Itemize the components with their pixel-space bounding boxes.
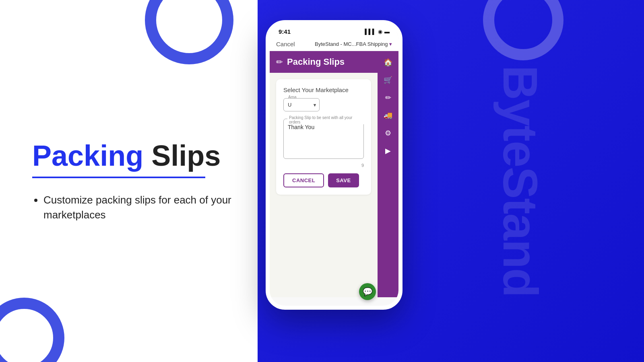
packing-slip-textarea[interactable]	[283, 119, 364, 159]
sidebar-shipping-icon[interactable]: 🚚	[381, 108, 395, 123]
nav-title: ByteStand - MC...FBA Shipping ▾	[315, 41, 392, 47]
sidebar-cart-icon[interactable]: 🛒	[381, 73, 395, 87]
textarea-wrapper: Packing Slip to be sent with all your or…	[283, 119, 364, 160]
status-icons: ▌▌▌ ◉ ▬	[365, 29, 390, 35]
form-card: Select Your Marketplace Ama... U ▾ Packi…	[276, 79, 371, 195]
textarea-label: Packing Slip to be sent with all your or…	[287, 115, 364, 124]
pencil-icon: ✏	[276, 57, 283, 67]
battery-icon: ▬	[384, 29, 390, 35]
sidebar-home-icon[interactable]: 🏠	[381, 55, 395, 70]
cancel-button[interactable]: CANCEL	[283, 173, 324, 187]
signal-icon: ▌▌▌	[365, 29, 376, 35]
heading-underline	[32, 177, 205, 178]
save-button[interactable]: SAVE	[328, 173, 359, 187]
marketplace-select-box[interactable]: U ▾	[283, 98, 320, 111]
nav-cancel-button[interactable]: Cancel	[276, 41, 295, 47]
heading-blue-word: Packing	[32, 140, 143, 172]
form-buttons: CANCEL SAVE	[283, 173, 364, 187]
bullet-list: Customize packing slips for each of your…	[32, 193, 274, 222]
app-layout: ✏ Packing Slips Select Your Marketplace …	[270, 51, 398, 297]
app-main: ✏ Packing Slips Select Your Marketplace …	[270, 51, 378, 297]
left-content-area: Packing Slips Customize packing slips fo…	[32, 0, 274, 362]
marketplace-dropdown[interactable]: Ama... U ▾	[283, 98, 320, 111]
sidebar-edit-icon[interactable]: ✏	[381, 90, 395, 105]
phone-wrapper: 9:41 ▌▌▌ ◉ ▬ Cancel ByteStand - MC...FBA…	[266, 20, 402, 310]
marketplace-value: U	[288, 102, 291, 108]
bullet-item-1: Customize packing slips for each of your…	[43, 193, 274, 222]
nav-bar: Cancel ByteStand - MC...FBA Shipping ▾	[270, 37, 398, 51]
sidebar-play-icon[interactable]: ▶	[381, 144, 395, 158]
wifi-icon: ◉	[378, 29, 382, 35]
status-bar: 9:41 ▌▌▌ ◉ ▬	[270, 24, 398, 37]
status-time: 9:41	[279, 28, 291, 35]
nav-title-text: ByteStand - MC...FBA Shipping	[315, 41, 388, 47]
marketplace-chevron-icon: ▾	[314, 102, 316, 108]
char-count: 9	[283, 163, 364, 168]
marketplace-section-title: Select Your Marketplace	[283, 86, 364, 93]
app-sidebar: 🏠 🛒 ✏ 🚚 ⚙ ▶	[378, 51, 398, 297]
content-area: Select Your Marketplace Ama... U ▾ Packi…	[270, 73, 378, 297]
chat-fab-button[interactable]: 💬	[359, 283, 376, 300]
app-header-title: Packing Slips	[287, 57, 345, 67]
heading-dark-word: Slips	[151, 140, 221, 172]
sidebar-settings-icon[interactable]: ⚙	[381, 126, 395, 140]
nav-dropdown-arrow[interactable]: ▾	[389, 41, 392, 47]
page-heading: Packing Slips	[32, 140, 274, 172]
app-header: ✏ Packing Slips	[270, 51, 378, 73]
phone-mockup: 9:41 ▌▌▌ ◉ ▬ Cancel ByteStand - MC...FBA…	[266, 20, 402, 310]
